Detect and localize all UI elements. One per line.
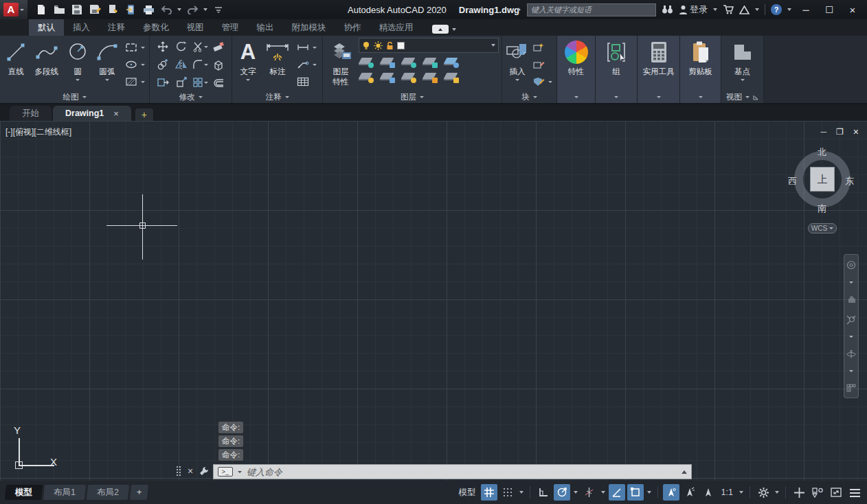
help-icon[interactable]: ? — [771, 4, 782, 15]
window-maximize-button[interactable]: ☐ — [820, 3, 838, 16]
hatch-icon[interactable] — [124, 74, 139, 89]
ortho-mode-toggle[interactable] — [535, 484, 552, 501]
ribbon-tab-view[interactable]: 视图 — [178, 19, 213, 36]
redo-icon[interactable] — [185, 3, 199, 16]
panel-block-footer[interactable]: 块 — [502, 91, 556, 103]
panel-utilities-footer[interactable] — [638, 91, 679, 103]
ribbon-minimize-button[interactable] — [432, 25, 449, 34]
copy-icon[interactable] — [154, 56, 172, 73]
polar-tracking-toggle[interactable] — [554, 484, 570, 501]
layout-tab-layout2[interactable]: 布局2 — [87, 485, 129, 500]
layer-lock-icon[interactable] — [423, 56, 438, 68]
layer-isolate-icon[interactable] — [380, 56, 395, 68]
ribbon-tab-insert[interactable]: 插入 — [64, 19, 99, 36]
array-icon[interactable] — [191, 73, 210, 91]
panel-draw-footer[interactable]: 绘图 — [0, 91, 149, 103]
rectangle-icon[interactable] — [124, 40, 139, 55]
base-view-button[interactable]: 基点 — [725, 38, 761, 91]
linear-dimension-dropdown-icon[interactable] — [313, 47, 317, 49]
workspace-gear-icon[interactable] — [755, 484, 772, 501]
layer-select[interactable] — [359, 38, 499, 53]
snap-dropdown-icon[interactable] — [518, 484, 525, 501]
ribbon-tab-addins[interactable]: 附加模块 — [283, 19, 335, 36]
annotation-visibility-toggle[interactable] — [682, 484, 698, 501]
arc-dropdown-icon[interactable] — [105, 79, 109, 81]
command-input[interactable] — [247, 467, 677, 477]
object-snap-tracking-toggle[interactable] — [609, 484, 625, 501]
ribbon-tab-parametric[interactable]: 参数化 — [134, 19, 178, 36]
offset-icon[interactable] — [210, 73, 228, 91]
viewcube[interactable]: 上 — [794, 151, 851, 207]
layer-off-icon[interactable] — [359, 56, 374, 68]
command-customize-wrench-icon[interactable] — [199, 466, 209, 476]
utilities-button[interactable]: 实用工具 — [640, 38, 677, 91]
open-folder-icon[interactable] — [52, 3, 66, 16]
viewcube-south[interactable]: 南 — [818, 203, 826, 215]
isolate-objects-button[interactable] — [809, 484, 826, 501]
plot-web-icon[interactable] — [106, 3, 120, 16]
dimension-button[interactable]: 标注 — [261, 38, 294, 91]
help-search-input[interactable] — [527, 3, 656, 16]
table-icon[interactable] — [295, 74, 311, 89]
command-history-expand-icon[interactable] — [682, 470, 687, 474]
block-editor-icon[interactable] — [531, 74, 546, 89]
model-space-toggle[interactable]: 模型 — [459, 487, 476, 499]
undo-dropdown-icon[interactable] — [177, 8, 181, 11]
workspace-dropdown-icon[interactable] — [774, 484, 780, 501]
layer-on-icon[interactable] — [359, 71, 374, 83]
layout-tab-layout1[interactable]: 布局1 — [43, 485, 86, 500]
new-drawing-tab-button[interactable]: + — [135, 108, 153, 121]
upload-mobile-icon[interactable] — [124, 3, 137, 16]
circle-button[interactable]: 圆 — [64, 38, 92, 91]
layer-match-icon[interactable] — [444, 71, 459, 83]
move-icon[interactable] — [154, 38, 172, 56]
search-binoculars-icon[interactable] — [662, 5, 673, 14]
object-snap-toggle[interactable] — [627, 484, 644, 501]
grid-display-toggle[interactable] — [481, 484, 497, 501]
fillet-icon[interactable] — [191, 56, 210, 73]
command-dock-grip[interactable] — [176, 466, 181, 477]
new-file-icon[interactable] — [34, 3, 48, 16]
annotation-autoscale-toggle[interactable] — [700, 484, 717, 501]
object-snap-dropdown-icon[interactable] — [646, 484, 653, 501]
panel-groups-footer[interactable] — [596, 91, 637, 103]
text-dropdown-icon[interactable] — [246, 79, 250, 81]
viewcube-north[interactable]: 北 — [818, 146, 826, 159]
window-close-button[interactable]: × — [844, 3, 862, 16]
ribbon-tab-default[interactable]: 默认 — [29, 19, 64, 36]
command-prompt-icon[interactable]: >_ — [218, 467, 233, 477]
circle-dropdown-icon[interactable] — [76, 79, 80, 81]
app-store-cart-icon[interactable] — [723, 5, 734, 14]
autodesk-account-icon[interactable] — [739, 5, 750, 14]
block-editor-dropdown-icon[interactable] — [548, 81, 552, 83]
ellipse-icon[interactable] — [124, 57, 139, 72]
wcs-button[interactable]: WCS — [808, 223, 837, 233]
panel-clipboard-footer[interactable] — [680, 91, 721, 103]
line-button[interactable]: 直线 — [3, 38, 30, 91]
panel-modify-footer[interactable]: 修改 — [150, 91, 232, 103]
ribbon-tab-output[interactable]: 输出 — [248, 19, 283, 36]
file-tab-drawing1[interactable]: Drawing1 × — [53, 106, 131, 121]
ribbon-tab-collaborate[interactable]: 协作 — [335, 19, 370, 36]
command-close-icon[interactable]: × — [188, 466, 193, 477]
trim-icon[interactable] — [191, 38, 210, 56]
rectangle-dropdown-icon[interactable] — [141, 47, 145, 49]
panel-annotate-footer[interactable]: 注释 — [232, 91, 322, 103]
drawing-canvas[interactable]: [-][俯视][二维线框] ─ ❐ × 上 北 南 西 东 WCS Y X 命令… — [0, 121, 867, 481]
layer-make-current-icon[interactable] — [444, 56, 459, 68]
create-block-icon[interactable] — [531, 40, 546, 55]
file-tab-close-icon[interactable]: × — [113, 108, 119, 119]
signin-dropdown-icon[interactable] — [713, 8, 717, 11]
annotation-scale-dropdown-icon[interactable] — [738, 484, 745, 501]
layer-freeze-icon[interactable] — [401, 56, 416, 68]
base-view-dropdown-icon[interactable] — [741, 79, 745, 81]
ribbon-tab-featured-apps[interactable]: 精选应用 — [370, 19, 423, 36]
explode-icon[interactable] — [210, 56, 228, 73]
dynamic-input-toggle[interactable] — [663, 484, 679, 501]
layer-properties-button[interactable]: 图层 特性 — [326, 38, 356, 91]
save-icon[interactable] — [70, 3, 84, 16]
array-dropdown-icon[interactable] — [204, 82, 208, 84]
drawing-close-button[interactable]: × — [853, 126, 859, 137]
application-menu-button[interactable]: A — [0, 0, 27, 19]
rotate-icon[interactable] — [172, 38, 191, 56]
